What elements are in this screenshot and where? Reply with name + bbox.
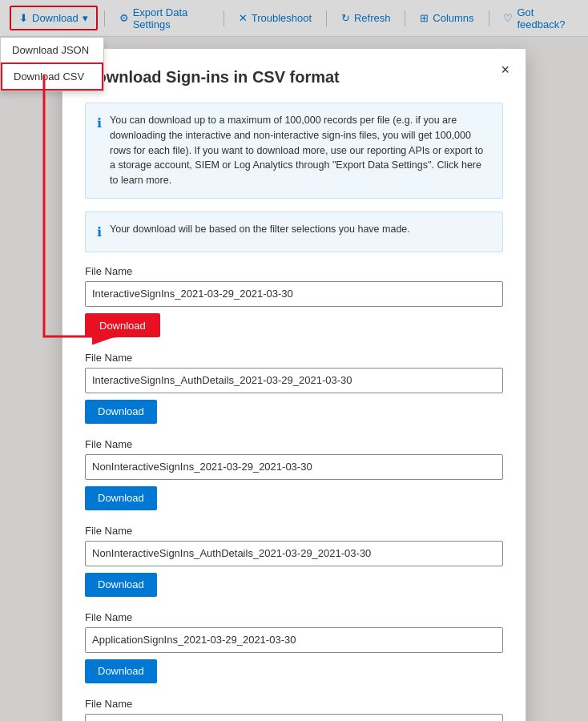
file-input-4[interactable]	[85, 627, 503, 653]
file-download-button-3[interactable]: Download	[85, 573, 157, 597]
download-dropdown: Download JSON Download CSV	[0, 37, 104, 91]
info-icon-1: ℹ	[97, 114, 102, 188]
file-input-5[interactable]	[85, 714, 503, 721]
file-section-4: File NameDownload	[85, 611, 503, 683]
file-label-5: File Name	[85, 698, 503, 710]
file-label-0: File Name	[85, 265, 503, 277]
modal-backdrop: Download Sign-ins in CSV format × ℹ You …	[0, 0, 588, 721]
file-input-1[interactable]	[85, 368, 503, 393]
file-label-4: File Name	[85, 611, 503, 623]
file-download-button-0[interactable]: Download	[85, 313, 160, 337]
info-text-1: You can download up to a maximum of 100,…	[110, 113, 491, 188]
download-json-item[interactable]: Download JSON	[1, 38, 103, 62]
file-sections-container: File NameDownloadFile NameDownloadFile N…	[85, 265, 503, 721]
file-input-0[interactable]	[85, 281, 503, 307]
download-csv-item[interactable]: Download CSV	[1, 62, 103, 91]
file-section-0: File NameDownload	[85, 265, 503, 337]
info-icon-2: ℹ	[97, 223, 102, 242]
file-label-3: File Name	[85, 525, 503, 537]
file-label-2: File Name	[85, 438, 503, 450]
modal-title: Download Sign-ins in CSV format	[85, 68, 503, 87]
file-input-3[interactable]	[85, 541, 503, 566]
file-download-button-2[interactable]: Download	[85, 486, 157, 510]
file-input-2[interactable]	[85, 454, 503, 480]
file-label-1: File Name	[85, 352, 503, 364]
info-box-1: ℹ You can download up to a maximum of 10…	[85, 103, 503, 199]
file-section-3: File NameDownload	[85, 525, 503, 597]
file-section-2: File NameDownload	[85, 438, 503, 510]
info-text-2: Your download will be based on the filte…	[110, 222, 410, 242]
file-section-5: File NameDownload	[85, 698, 503, 721]
file-download-button-1[interactable]: Download	[85, 400, 157, 424]
info-box-2: ℹ Your download will be based on the fil…	[85, 211, 503, 252]
file-section-1: File NameDownload	[85, 352, 503, 424]
modal-close-button[interactable]: ×	[501, 62, 509, 79]
download-modal: Download Sign-ins in CSV format × ℹ You …	[62, 48, 526, 721]
file-download-button-4[interactable]: Download	[85, 659, 157, 683]
